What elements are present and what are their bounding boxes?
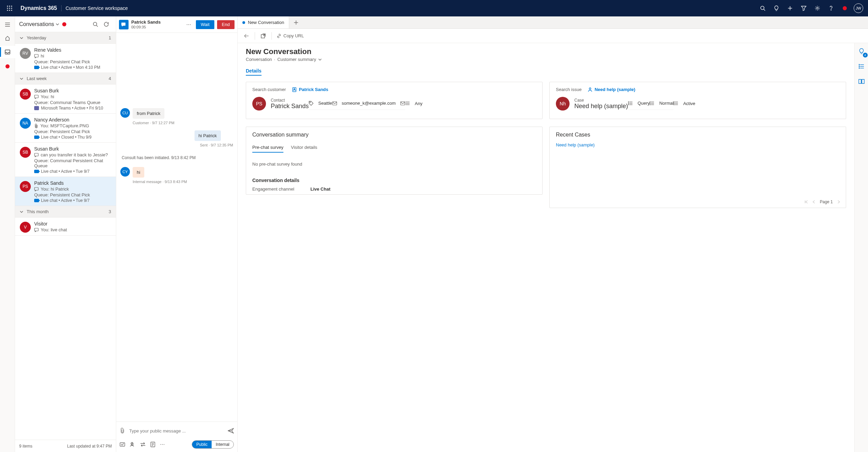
add-tab-button[interactable] bbox=[289, 16, 303, 28]
rail-hamburger-icon[interactable] bbox=[0, 18, 15, 31]
chat-channel-icon bbox=[119, 20, 129, 29]
contact-avatar: PS bbox=[252, 97, 266, 111]
svg-rect-71 bbox=[859, 66, 859, 67]
quick-reply-icon[interactable] bbox=[120, 442, 125, 447]
svg-point-1 bbox=[9, 5, 10, 7]
filter-icon[interactable] bbox=[797, 0, 811, 16]
toggle-internal[interactable]: Internal bbox=[212, 441, 233, 448]
lightbulb-icon[interactable] bbox=[770, 0, 783, 16]
chat-more-icon[interactable]: ⋯ bbox=[184, 22, 193, 27]
svg-rect-72 bbox=[859, 68, 859, 68]
smart-assist-icon[interactable]: 4 bbox=[856, 46, 867, 57]
attachment-icon[interactable] bbox=[120, 428, 125, 434]
knowledge-icon[interactable] bbox=[856, 76, 867, 87]
tab-prechat-survey[interactable]: Pre-chat survey bbox=[252, 145, 283, 153]
chevron-down-icon[interactable] bbox=[318, 58, 322, 61]
search-issue-label[interactable]: Search issue bbox=[556, 87, 582, 92]
tab-new-conversation[interactable]: New Conversation bbox=[238, 16, 289, 28]
conversation-preview: You: live chat bbox=[34, 227, 111, 232]
conversation-group[interactable]: Last week4 bbox=[15, 73, 116, 85]
gear-icon[interactable] bbox=[811, 0, 824, 16]
chat-message: CYhi bbox=[120, 167, 233, 178]
transfer-icon[interactable] bbox=[140, 442, 146, 447]
user-avatar[interactable]: JW bbox=[852, 0, 865, 16]
conversation-group[interactable]: Yesterday1 bbox=[15, 32, 116, 44]
conversation-name: Nancy Anderson bbox=[34, 117, 111, 122]
visibility-toggle[interactable]: Public Internal bbox=[192, 440, 234, 449]
conversation-queue: Queue: Persistent Chat Pick bbox=[34, 192, 111, 197]
popout-icon[interactable] bbox=[258, 30, 269, 41]
help-icon[interactable] bbox=[824, 0, 838, 16]
app-launcher-icon[interactable] bbox=[3, 0, 16, 16]
conversation-name: Rene Valdes bbox=[34, 47, 111, 53]
notes-icon[interactable] bbox=[150, 442, 155, 447]
conversation-item[interactable]: VVisitorYou: live chat bbox=[15, 218, 116, 236]
conversations-title[interactable]: Conversations bbox=[19, 21, 54, 27]
svg-line-10 bbox=[764, 9, 765, 11]
consult-icon[interactable] bbox=[130, 442, 135, 447]
pager-next-icon[interactable] bbox=[837, 200, 840, 204]
add-icon[interactable] bbox=[783, 0, 797, 16]
svg-rect-23 bbox=[35, 95, 38, 98]
session-tabstrip: New Conversation bbox=[238, 16, 868, 29]
field-query[interactable]: Query bbox=[638, 101, 650, 106]
conversation-group[interactable]: This month3 bbox=[15, 206, 116, 218]
conversation-item[interactable]: NANancy AndersonYou: MSFTCapture.PNGQueu… bbox=[15, 114, 116, 143]
chevron-down-icon[interactable] bbox=[55, 22, 59, 26]
conversation-queue: Queue: Communal Persistent Chat Queue bbox=[34, 158, 111, 168]
chat-timer: 00:09:35 bbox=[131, 25, 161, 29]
wait-button[interactable]: Wait bbox=[196, 20, 214, 29]
end-button[interactable]: End bbox=[217, 20, 235, 29]
svg-rect-24 bbox=[35, 153, 38, 156]
pager-first-icon[interactable] bbox=[805, 200, 808, 204]
brand-label[interactable]: Dynamics 365 bbox=[16, 5, 62, 11]
back-icon[interactable] bbox=[241, 30, 252, 41]
svg-point-0 bbox=[7, 5, 8, 7]
agent-scripts-icon[interactable] bbox=[856, 61, 867, 72]
section-details-tab[interactable]: Details bbox=[246, 68, 262, 76]
svg-point-4 bbox=[9, 8, 10, 9]
svg-rect-41 bbox=[333, 102, 337, 105]
search-icon[interactable] bbox=[756, 0, 770, 16]
compose-more-icon[interactable]: ⋯ bbox=[160, 442, 165, 447]
edit-email-icon[interactable] bbox=[400, 101, 405, 105]
customer-link[interactable]: Patrick Sands bbox=[292, 87, 328, 92]
field-any[interactable]: Any bbox=[415, 101, 422, 106]
entity-name[interactable]: Patrick Sands bbox=[271, 103, 309, 110]
recent-cases-card: Recent Cases Need help (sample) Page 1 bbox=[549, 127, 846, 208]
message-meta: Customer · 9/7 12:27 PM bbox=[133, 121, 233, 125]
message-input[interactable] bbox=[129, 428, 224, 434]
conversation-item[interactable]: SBSusan Burkcan you transfer it back to … bbox=[15, 143, 116, 177]
toggle-public[interactable]: Public bbox=[192, 441, 212, 448]
field-email[interactable]: someone_k@example.com bbox=[342, 101, 396, 106]
rail-home-icon[interactable] bbox=[0, 32, 15, 44]
send-icon[interactable] bbox=[228, 428, 234, 434]
field-city[interactable]: Seattle bbox=[318, 101, 332, 106]
conversation-item[interactable]: SBSusan BurkYou: hiQueue: Communal Teams… bbox=[15, 85, 116, 114]
page-title: New Conversation bbox=[246, 47, 846, 56]
field-status[interactable]: Active bbox=[683, 101, 695, 106]
copy-url-button[interactable]: Copy URL bbox=[275, 30, 306, 41]
svg-point-63 bbox=[674, 103, 675, 104]
conversation-queue: Queue: Persistent Chat Pick bbox=[34, 129, 111, 134]
entity-name[interactable]: Need help (sample) bbox=[574, 103, 628, 110]
customer-card: Search customer Patrick Sands PS bbox=[246, 82, 543, 119]
presence-dot bbox=[838, 0, 852, 16]
case-link[interactable]: Need help (sample) bbox=[588, 87, 635, 92]
tab-visitor-details[interactable]: Visitor details bbox=[291, 145, 317, 153]
rail-inbox-icon[interactable] bbox=[0, 46, 15, 58]
svg-line-21 bbox=[96, 25, 98, 27]
conversation-preview: hi bbox=[34, 53, 111, 59]
breadcrumb-dropdown[interactable]: Customer summary bbox=[277, 57, 316, 62]
conversation-item[interactable]: PSPatrick SandsYou: hi PatrickQueue: Per… bbox=[15, 177, 116, 206]
field-priority[interactable]: Normal bbox=[659, 101, 673, 106]
conversation-item[interactable]: RVRene ValdeshiQueue: Persistent Chat Pi… bbox=[15, 44, 116, 73]
avatar: SB bbox=[20, 89, 31, 100]
recent-case-link[interactable]: Need help (sample) bbox=[556, 142, 595, 147]
search-customer-label[interactable]: Search customer bbox=[252, 87, 286, 92]
svg-rect-42 bbox=[401, 102, 405, 105]
conversations-refresh-icon[interactable] bbox=[101, 19, 112, 30]
conversations-search-icon[interactable] bbox=[90, 19, 101, 30]
pager-prev-icon[interactable] bbox=[812, 200, 816, 204]
tab-label: New Conversation bbox=[248, 20, 284, 25]
